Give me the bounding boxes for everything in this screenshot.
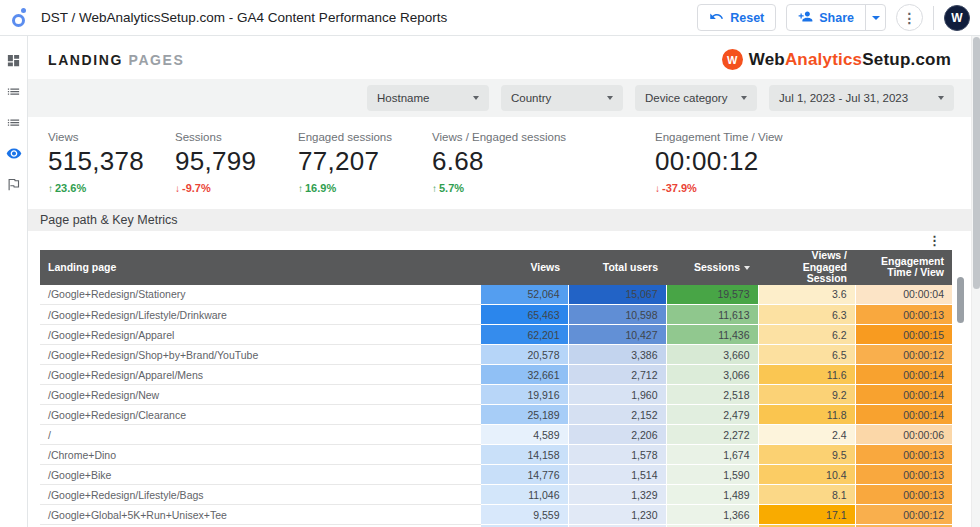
column-header[interactable]: Total users	[568, 250, 666, 285]
undo-icon	[709, 9, 724, 27]
table-row: /4,5892,2062,2722.400:00:06	[40, 425, 952, 445]
metric-cell: 1,230	[568, 505, 666, 525]
brand-word-web: Web	[749, 50, 785, 69]
left-sidebar	[0, 36, 28, 527]
metric-cell: 52,064	[480, 285, 568, 305]
metric-cell: 2.4	[758, 425, 855, 445]
landing-page-cell: /Google+Redesign/Stationery	[40, 285, 480, 305]
table-row: /Chrome+Dino14,1581,5781,6749.500:00:13	[40, 445, 952, 465]
metric-cell: 14,776	[480, 465, 568, 485]
scorecard-value: 77,207	[298, 146, 432, 177]
column-header[interactable]: Views / Engaged Session	[758, 250, 855, 285]
column-header[interactable]: Landing page	[40, 250, 480, 285]
column-header[interactable]: Sessions	[666, 250, 758, 285]
share-button[interactable]: Share	[787, 5, 865, 30]
metric-cell: 00:00:13	[855, 445, 952, 465]
landing-pages-table: Landing pageViewsTotal usersSessionsView…	[40, 250, 952, 527]
page-title: LANDING PAGES	[48, 52, 184, 68]
landing-page-cell: /Google+Redesign/New	[40, 385, 480, 405]
metric-cell: 1,329	[568, 485, 666, 505]
metric-cell: 11,613	[666, 305, 758, 325]
scorecards-row: Views 515,378 ↑23.6% Sessions 95,799 ↓-9…	[28, 117, 971, 194]
scorecard-label: Views	[48, 131, 175, 143]
chart-options-icon[interactable]: ⋮	[928, 234, 941, 248]
metric-cell: 1,960	[568, 385, 666, 405]
filter-control[interactable]: Jul 1, 2023 - Jul 31, 2023	[769, 85, 954, 111]
scorecard-label: Engaged sessions	[298, 131, 432, 143]
delta-arrow-icon: ↑	[298, 183, 303, 194]
filter-label: Device category	[645, 92, 727, 104]
report-document-title: DST / WebAnalyticsSetup.com - GA4 Conten…	[41, 10, 447, 25]
brand-logo-icon: W	[722, 49, 743, 70]
chevron-down-icon	[872, 16, 880, 20]
list-icon[interactable]	[6, 83, 22, 99]
scorecard-label: Engagement Time / View	[655, 131, 783, 143]
person-add-icon	[798, 9, 813, 27]
toolbar-divider	[933, 6, 934, 30]
filter-control[interactable]: Device category	[635, 85, 757, 111]
metric-cell: 6.2	[758, 325, 855, 345]
avatar[interactable]: W	[944, 5, 970, 31]
metric-cell: 2,152	[568, 405, 666, 425]
looker-studio-report-viewer: DST / WebAnalyticsSetup.com - GA4 Conten…	[0, 0, 980, 527]
brand-logo: W WebAnalyticsSetup.com	[722, 49, 951, 70]
more-options-button[interactable]: ⋮	[896, 4, 923, 31]
sort-desc-icon	[744, 266, 750, 270]
scorecard-delta: ↓-37.9%	[655, 182, 783, 194]
looker-studio-logo-icon	[10, 7, 28, 29]
metric-cell: 11.6	[758, 365, 855, 385]
table-header-row: Landing pageViewsTotal usersSessionsView…	[40, 250, 952, 285]
share-dropdown-button[interactable]	[865, 5, 885, 30]
scorecard-delta: ↑23.6%	[48, 182, 175, 194]
delta-text: -9.7%	[182, 182, 211, 194]
metric-cell: 10,427	[568, 325, 666, 345]
filter-label: Country	[511, 92, 551, 104]
metric-cell: 3,386	[568, 345, 666, 365]
column-header[interactable]: Engagement Time / View	[855, 250, 952, 285]
table-row: /Google+Global+5K+Run+Unisex+Tee9,5591,2…	[40, 505, 952, 525]
scorecard: Views / Engaged sessions 6.68 ↑5.7%	[432, 131, 655, 194]
more-vert-icon: ⋮	[903, 10, 917, 26]
metric-cell: 1,366	[666, 505, 758, 525]
filter-label: Jul 1, 2023 - Jul 31, 2023	[779, 92, 908, 104]
metric-cell: 19,916	[480, 385, 568, 405]
metric-cell: 00:00:13	[855, 465, 952, 485]
table-scrollbar-thumb[interactable]	[957, 277, 964, 323]
table-row: /Google+Bike14,7761,5141,59010.400:00:13	[40, 465, 952, 485]
metric-cell: 65,463	[480, 305, 568, 325]
scorecard-value: 95,799	[175, 146, 298, 177]
metric-cell: 10,598	[568, 305, 666, 325]
dashboard-icon[interactable]	[6, 52, 22, 68]
table-row: /Google+Redesign/Lifestyle/Drinkware65,4…	[40, 305, 952, 325]
page-scrollbar-thumb[interactable]	[973, 37, 980, 289]
scorecard-delta: ↑5.7%	[432, 182, 655, 194]
share-split-button: Share	[786, 4, 886, 31]
page-title-light: PAGES	[128, 52, 184, 68]
reset-button[interactable]: Reset	[697, 4, 776, 31]
list-icon[interactable]	[6, 114, 22, 130]
delta-arrow-icon: ↓	[175, 183, 180, 194]
eye-icon[interactable]	[6, 145, 22, 161]
landing-page-cell: /Google+Redesign/Apparel	[40, 325, 480, 345]
report-canvas: LANDING PAGES W WebAnalyticsSetup.com Ho…	[28, 36, 971, 527]
flag-icon[interactable]	[6, 176, 22, 192]
scorecard: Engagement Time / View 00:00:12 ↓-37.9%	[655, 131, 783, 194]
report-header: LANDING PAGES W WebAnalyticsSetup.com	[28, 36, 971, 72]
metric-cell: 11,046	[480, 485, 568, 505]
column-header[interactable]: Views	[480, 250, 568, 285]
metric-cell: 00:00:12	[855, 345, 952, 365]
scorecard: Views 515,378 ↑23.6%	[48, 131, 175, 194]
section-title: Page path & Key Metrics	[40, 213, 178, 227]
metric-cell: 1,590	[666, 465, 758, 485]
filter-control[interactable]: Hostname	[367, 85, 489, 111]
filter-control[interactable]: Country	[501, 85, 623, 111]
metric-cell: 2,206	[568, 425, 666, 445]
metric-cell: 25,189	[480, 405, 568, 425]
metric-cell: 2,518	[666, 385, 758, 405]
metric-cell: 9.5	[758, 445, 855, 465]
metric-cell: 1,514	[568, 465, 666, 485]
delta-text: 16.9%	[305, 182, 336, 194]
metric-cell: 32,661	[480, 365, 568, 385]
landing-page-cell: /Google+Global+5K+Run+Unisex+Tee	[40, 505, 480, 525]
metric-cell: 1,578	[568, 445, 666, 465]
